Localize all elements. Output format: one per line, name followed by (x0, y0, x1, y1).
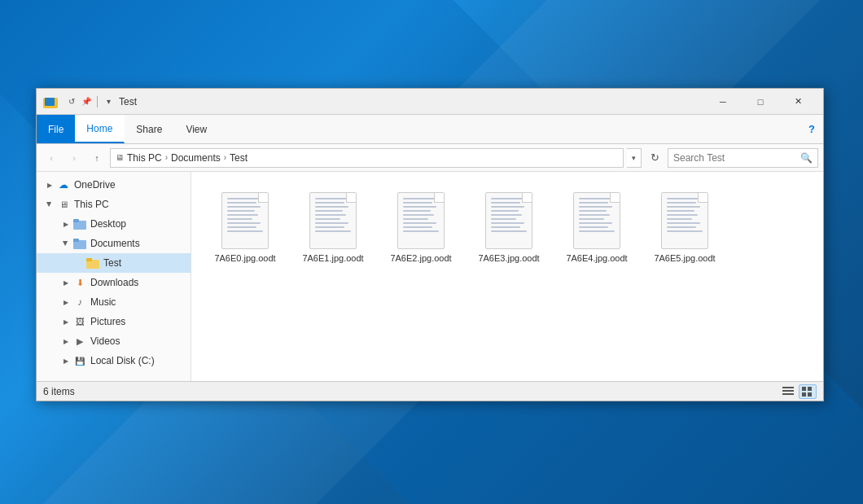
svg-rect-0 (782, 387, 794, 388)
window-icon (43, 95, 59, 108)
file-icon-0 (221, 192, 269, 249)
sidebar-label-documents: Documents (90, 238, 140, 249)
expand-arrow-videos: ▶ (59, 335, 72, 348)
svg-rect-6 (808, 392, 812, 397)
address-path[interactable]: 🖥 This PC › Documents › Test (110, 148, 624, 168)
file-icon-4 (573, 192, 620, 249)
file-name-4: 7A6E4.jpg.oodt (566, 252, 627, 264)
file-item-1[interactable]: 7A6E1.jpg.oodt (292, 185, 374, 268)
sidebar-label-downloads: Downloads (90, 277, 138, 288)
file-name-2: 7A6E2.jpg.oodt (390, 252, 451, 264)
pictures-icon: 🖼 (72, 315, 87, 328)
path-item-pc: This PC (127, 152, 162, 164)
path-item-documents: Documents (171, 152, 221, 164)
search-input[interactable] (673, 152, 800, 164)
sidebar-item-onedrive[interactable]: ▶ ☁ OneDrive (37, 175, 191, 195)
ribbon-tab-file[interactable]: File (37, 115, 75, 143)
file-grid: 7A6E0.jpg.oodt 7A6E1.jpg.oodt (191, 172, 823, 281)
file-item-5[interactable]: 7A6E5.jpg.oodt (644, 185, 725, 268)
minimize-button[interactable]: ─ (704, 89, 742, 115)
sidebar-item-desktop[interactable]: ▶ Desktop (37, 214, 191, 234)
qat-down-button[interactable]: ▾ (101, 94, 116, 109)
sidebar-item-documents[interactable]: ▶ Documents (37, 234, 191, 253)
expand-arrow-pictures: ▶ (59, 315, 72, 328)
file-icon-1 (309, 192, 357, 249)
path-sep-1: › (165, 153, 168, 162)
expand-arrow-thispc: ▶ (43, 198, 56, 211)
expand-arrow-onedrive: ▶ (43, 178, 56, 191)
file-icon-5 (661, 192, 708, 249)
file-icon-3 (485, 192, 532, 249)
window-controls: ─ □ ✕ (704, 89, 817, 115)
title-separator (97, 96, 98, 107)
maximize-button[interactable]: □ (742, 89, 779, 115)
search-icon[interactable]: 🔍 (800, 152, 813, 164)
sidebar-item-videos[interactable]: ▶ ▶ Videos (37, 331, 191, 351)
nav-forward-button[interactable]: › (64, 148, 84, 168)
sidebar-label-music: Music (90, 296, 116, 308)
ribbon-tab-share[interactable]: Share (125, 115, 174, 143)
refresh-button[interactable]: ↻ (645, 148, 664, 168)
sidebar: ▶ ☁ OneDrive ▶ 🖥 This PC ▶ Desktop ▶ Doc… (37, 172, 191, 381)
ribbon-spacer (219, 115, 800, 143)
sidebar-label-localdisk: Local Disk (C:) (90, 355, 155, 366)
path-sep-2: › (224, 153, 226, 162)
sidebar-item-test[interactable]: ▶ Test (37, 253, 191, 273)
list-view-icon (782, 387, 794, 397)
search-box: 🔍 (668, 148, 818, 168)
file-name-0: 7A6E0.jpg.oodt (214, 252, 275, 264)
sidebar-item-music[interactable]: ▶ ♪ Music (37, 292, 191, 312)
path-icon: 🖥 (116, 153, 124, 162)
svg-rect-2 (782, 393, 794, 395)
qat-undo-button[interactable]: ↺ (64, 94, 79, 109)
qat-pin-button[interactable]: 📌 (79, 94, 94, 109)
close-button[interactable]: ✕ (779, 89, 817, 115)
nav-back-button[interactable]: ‹ (42, 148, 61, 168)
window-title: Test (116, 96, 704, 107)
file-item-0[interactable]: 7A6E0.jpg.oodt (204, 185, 286, 268)
ribbon-tab-view[interactable]: View (174, 115, 219, 143)
expand-arrow-desktop: ▶ (59, 217, 72, 230)
sidebar-label-test: Test (103, 257, 121, 269)
ribbon: File Home Share View ? (37, 115, 823, 144)
status-bar: 6 items (37, 381, 823, 401)
nav-up-button[interactable]: ↑ (87, 148, 107, 168)
videos-icon: ▶ (72, 335, 87, 348)
title-bar: ↺ 📌 ▾ Test ─ □ ✕ (37, 89, 823, 115)
file-item-3[interactable]: 7A6E3.jpg.oodt (468, 185, 550, 268)
expand-arrow-music: ▶ (59, 296, 72, 309)
sidebar-label-pictures: Pictures (90, 316, 125, 327)
ribbon-help-button[interactable]: ? (800, 115, 823, 143)
sidebar-item-thispc[interactable]: ▶ 🖥 This PC (37, 195, 191, 214)
folder-documents-icon (72, 237, 87, 250)
file-item-2[interactable]: 7A6E2.jpg.oodt (380, 185, 462, 268)
svg-rect-1 (782, 390, 794, 392)
view-buttons (779, 384, 817, 399)
file-icon-2 (397, 192, 445, 249)
hdd-icon: 💾 (72, 354, 87, 367)
sidebar-label-videos: Videos (90, 335, 120, 347)
sidebar-label-thispc: This PC (74, 199, 109, 210)
pc-icon: 🖥 (56, 198, 71, 211)
ribbon-tab-home[interactable]: Home (75, 115, 125, 143)
sidebar-item-localdisk[interactable]: ▶ 💾 Local Disk (C:) (37, 351, 191, 370)
file-explorer-window: ↺ 📌 ▾ Test ─ □ ✕ File Home Share View ? … (36, 88, 824, 401)
status-item-count: 6 items (43, 386, 779, 397)
main-area: ▶ ☁ OneDrive ▶ 🖥 This PC ▶ Desktop ▶ Doc… (37, 172, 823, 381)
view-grid-button[interactable] (799, 384, 817, 399)
svg-rect-4 (808, 387, 812, 391)
sidebar-item-pictures[interactable]: ▶ 🖼 Pictures (37, 312, 191, 331)
address-dropdown-button[interactable]: ▾ (627, 148, 642, 168)
sidebar-item-downloads[interactable]: ▶ ⬇ Downloads (37, 273, 191, 292)
sidebar-label-onedrive: OneDrive (74, 179, 116, 191)
cloud-icon: ☁ (56, 178, 71, 191)
address-bar: ‹ › ↑ 🖥 This PC › Documents › Test ▾ ↻ 🔍 (37, 144, 823, 172)
file-name-1: 7A6E1.jpg.oodt (302, 252, 363, 264)
svg-rect-3 (802, 387, 806, 391)
view-list-button[interactable] (779, 384, 797, 399)
grid-view-icon (802, 387, 813, 397)
expand-arrow-documents: ▶ (59, 237, 72, 250)
file-item-4[interactable]: 7A6E4.jpg.oodt (556, 185, 637, 268)
file-name-3: 7A6E3.jpg.oodt (478, 252, 539, 264)
downloads-icon: ⬇ (72, 276, 87, 289)
